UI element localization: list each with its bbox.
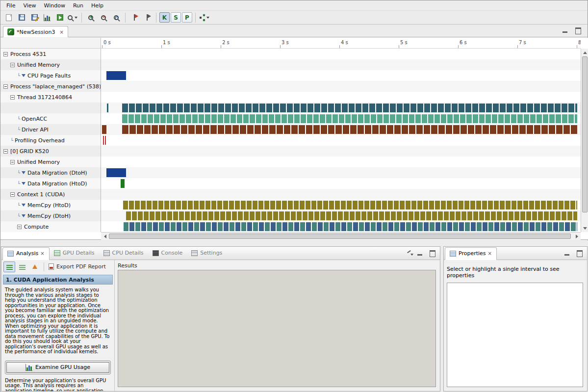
menu-item-file[interactable]: File <box>2 1 19 10</box>
timeline-track-openacc-group <box>101 103 581 113</box>
timeline-row-label-data-migration-htod[interactable]: └Data Migration (HtoD) <box>0 178 101 189</box>
tab-properties[interactable]: Properties × <box>445 247 497 260</box>
vertical-scroll-thumb[interactable] <box>582 56 588 212</box>
back-to-parent-button[interactable] <box>29 261 41 272</box>
zoom-out-icon[interactable] <box>98 12 109 24</box>
examine-gpu-usage-button[interactable]: Examine GPU Usage <box>6 362 109 373</box>
zoom-history-icon[interactable] <box>67 12 78 24</box>
scroll-up-icon[interactable] <box>581 49 588 56</box>
properties-content: Select or highlight a single interval to… <box>444 260 587 391</box>
zoom-in-icon[interactable] <box>85 12 97 24</box>
run-application-icon[interactable] <box>54 12 66 24</box>
tab-label: GPU Details <box>63 250 95 256</box>
timeline-corner <box>0 38 101 49</box>
close-properties-icon[interactable]: × <box>488 251 492 256</box>
save-session-icon[interactable] <box>16 12 27 24</box>
collapse-expander-icon[interactable] <box>3 149 8 154</box>
timeline-row-label-unified-memory[interactable]: Unified Memory <box>0 157 101 167</box>
timeline-row-label-process-4531[interactable]: Process 4531 <box>0 49 101 59</box>
timeline-bar[interactable] <box>124 222 577 231</box>
tab-console[interactable]: Console <box>148 247 187 260</box>
gpu-usage-chart-icon <box>26 364 32 371</box>
collapse-expander-icon[interactable] <box>10 63 15 67</box>
timeline-bar[interactable] <box>121 179 125 188</box>
timeline-row-label-openacc-group[interactable] <box>0 103 101 113</box>
minimize-analysis-button[interactable] <box>416 250 425 257</box>
bottom-panels: Analysis×GPU DetailsCPU DetailsConsoleSe… <box>0 240 588 392</box>
timeline-bar[interactable] <box>122 104 577 112</box>
close-tab-icon[interactable]: × <box>40 251 44 256</box>
tab-cpu-details[interactable]: CPU Details <box>99 247 148 260</box>
horizontal-scroll-thumb[interactable] <box>109 234 571 239</box>
timeline-bar[interactable] <box>105 136 106 145</box>
timeline-row-label-process-laplace-managed-538[interactable]: Process "laplace_managed" (538) <box>0 81 101 92</box>
timeline-bar[interactable] <box>102 125 106 134</box>
close-session-icon[interactable]: × <box>59 29 63 35</box>
timeline-row-label-cpu-page-faults[interactable]: └CPU Page Faults <box>0 70 101 81</box>
source-analysis-toggle[interactable]: S <box>171 12 181 23</box>
scroll-right-icon[interactable] <box>573 233 581 240</box>
scroll-left-icon[interactable] <box>101 233 109 240</box>
horizontal-scrollbar[interactable] <box>101 232 581 240</box>
timeline-row-label-thread-3172140864[interactable]: Thread 3172140864 <box>0 92 101 103</box>
timeline-row-label-unified-memory[interactable]: Unified Memory <box>0 59 101 70</box>
timeline-row-label-profiling-overhead[interactable]: └Profiling Overhead <box>0 135 101 146</box>
timeline-bar[interactable] <box>122 125 577 134</box>
scroll-down-icon[interactable] <box>581 224 588 232</box>
clear-marker-icon[interactable] <box>141 12 153 24</box>
timeline-row-label-openacc[interactable]: └OpenACC <box>0 113 101 124</box>
collapse-expander-icon[interactable] <box>10 160 15 164</box>
tree-branch-icon: └ <box>17 73 20 78</box>
generate-timeline-icon[interactable] <box>41 12 53 24</box>
session-tab[interactable]: *NewSession3 × <box>3 26 68 37</box>
timeline-row-label-compute[interactable]: Compute <box>0 221 101 232</box>
vertical-scrollbar[interactable] <box>581 49 588 232</box>
minimize-properties-button[interactable] <box>563 250 572 257</box>
timeline-bar[interactable] <box>123 201 577 209</box>
goto-marker-icon[interactable] <box>128 12 140 24</box>
menu-item-help[interactable]: Help <box>87 1 107 10</box>
maximize-view-button[interactable] <box>574 27 583 34</box>
zoom-fit-icon[interactable] <box>110 12 122 24</box>
timeline-track-process-laplace-managed-538 <box>101 81 581 92</box>
guided-analysis-button[interactable] <box>3 261 15 272</box>
new-session-icon[interactable] <box>3 12 15 24</box>
console-tab-icon <box>153 250 159 256</box>
timeline-bar[interactable] <box>126 211 577 220</box>
tab-settings[interactable]: Settings <box>187 247 227 260</box>
properties-box <box>447 283 583 387</box>
pc-sampling-toggle[interactable]: P <box>182 12 192 23</box>
timeline-bar[interactable] <box>103 136 104 145</box>
timeline-row-label-memcpy-htod[interactable]: └MemCpy (HtoD) <box>0 200 101 210</box>
save-all-icon[interactable] <box>28 12 40 24</box>
timeline-row-label-0-grid-k520[interactable]: [0] GRID K520 <box>0 146 101 157</box>
timeline-row-label-memcpy-dtoh[interactable]: └MemCpy (DtoH) <box>0 210 101 221</box>
collapse-expander-icon[interactable] <box>17 225 22 229</box>
tab-analysis[interactable]: Analysis× <box>2 247 50 260</box>
timeline-bar[interactable] <box>106 168 126 177</box>
collapse-expander-icon[interactable] <box>3 84 8 89</box>
maximize-analysis-button[interactable] <box>428 250 437 257</box>
maximize-properties-button[interactable] <box>575 250 584 257</box>
view-menu-icon[interactable] <box>407 250 412 256</box>
timeline-bar[interactable] <box>107 104 108 112</box>
menu-item-view[interactable]: View <box>19 1 40 10</box>
menu-item-window[interactable]: Window <box>40 1 69 10</box>
timeline-row-label-data-migration-dtoh[interactable]: └Data Migration (DtoH) <box>0 167 101 178</box>
collapse-expander-icon[interactable] <box>10 95 15 100</box>
timeline-bar[interactable] <box>106 71 126 80</box>
collapse-expander-icon[interactable] <box>10 192 15 197</box>
settings-tab-icon <box>191 250 198 256</box>
tab-gpu-details[interactable]: GPU Details <box>50 247 99 260</box>
menu-item-run[interactable]: Run <box>69 1 87 10</box>
unguided-analysis-button[interactable] <box>16 261 28 272</box>
export-pdf-button[interactable]: Export PDF Report <box>47 262 108 271</box>
minimize-view-button[interactable] <box>561 27 570 34</box>
timeline-row-label-driver-api[interactable]: └Driver API <box>0 124 101 135</box>
analysis-menu-icon[interactable] <box>199 12 210 24</box>
collapse-expander-icon[interactable] <box>3 52 8 56</box>
timeline-bar[interactable] <box>122 114 577 123</box>
timeline-row-label-context-1-cuda[interactable]: Context 1 (CUDA) <box>0 189 101 200</box>
kernel-analysis-toggle[interactable]: K <box>159 12 170 23</box>
cpu-details-tab-icon <box>103 250 110 256</box>
